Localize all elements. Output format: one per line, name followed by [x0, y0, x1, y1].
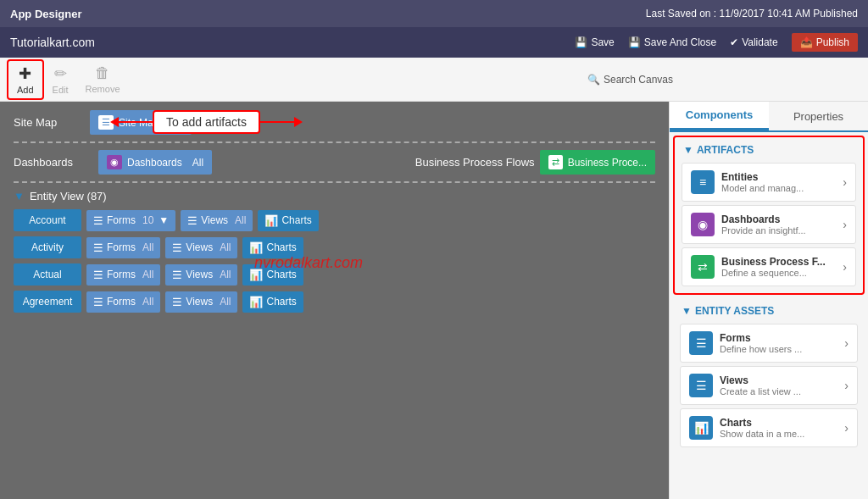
panel-item-title: Entities: [721, 171, 836, 183]
forms-icon: ☰: [93, 269, 103, 281]
bpf-label: Business Process Flows: [415, 156, 535, 169]
dashboards-value: All: [192, 157, 203, 169]
panel-item-icon: ⇄: [691, 255, 715, 279]
panel-item-arrow: ›: [844, 421, 849, 435]
panel-item-icon: 📊: [689, 416, 713, 440]
charts-label: Charts: [281, 214, 311, 226]
panel-item-text: Dashboards Provide an insightf...: [721, 213, 836, 236]
views-icon: ☰: [172, 269, 182, 281]
entity-name-btn[interactable]: Agreement: [14, 291, 81, 313]
save-and-close-button[interactable]: 💾 Save And Close: [628, 36, 716, 48]
entity-charts-asset[interactable]: 📊 Charts: [258, 210, 318, 231]
entity-charts-asset[interactable]: 📊 Charts: [242, 264, 303, 286]
sitemap-external-link[interactable]: ↗: [175, 117, 183, 129]
panel-item-icon: ☰: [689, 331, 713, 355]
panel-entity-asset-item[interactable]: ☰ Views Create a list view ... ›: [680, 366, 858, 405]
bpf-icon: ⇄: [548, 155, 563, 169]
sitemap-icon: ☰: [98, 115, 114, 130]
entity-charts-asset[interactable]: 📊 Charts: [242, 291, 303, 313]
entity-assets-chevron: ▼: [682, 305, 692, 317]
forms-label: Forms: [107, 269, 136, 280]
views-icon: ☰: [172, 296, 182, 308]
entity-assets-group: ▼ ENTITY ASSETS ☰ Forms Define how users…: [673, 298, 865, 447]
forms-label: Forms: [107, 241, 136, 253]
tab-properties[interactable]: Properties: [769, 102, 868, 130]
views-value: All: [220, 241, 231, 253]
charts-label: Charts: [266, 241, 296, 253]
entity-forms-asset[interactable]: ☰ Forms All: [86, 237, 160, 258]
search-icon: 🔍: [587, 74, 600, 86]
views-label: Views: [186, 269, 213, 280]
add-label: Add: [17, 85, 34, 95]
search-canvas-label: Search Canvas: [604, 74, 673, 86]
panel-item-desc: Model and manag...: [721, 183, 836, 193]
add-button[interactable]: ✚ Add: [7, 59, 44, 100]
entity-views-asset[interactable]: ☰ Views All: [181, 210, 253, 231]
charts-label: Charts: [266, 269, 296, 280]
views-value: All: [220, 296, 231, 308]
entity-view-header[interactable]: ▼ Entity View (87): [14, 190, 655, 202]
entity-assets-header: ▼ ENTITY ASSETS: [673, 298, 865, 320]
dashboards-row: Dashboards ◉ Dashboards All Business Pro…: [14, 150, 655, 175]
panel-item-desc: Define a sequence...: [721, 268, 836, 278]
charts-label: Charts: [266, 296, 296, 308]
dashboards-tile[interactable]: ◉ Dashboards All: [98, 150, 212, 175]
panel-artifact-item[interactable]: ⇄ Business Process F... Define a sequenc…: [682, 247, 856, 286]
entity-row: Actual ☰ Forms All ☰ Views All 📊 Charts: [14, 263, 655, 286]
top-bar: App Designer Last Saved on : 11/9/2017 1…: [0, 0, 868, 27]
validate-label: Validate: [742, 36, 777, 48]
sitemap-row: Site Map ☰ Site Map ↗: [14, 110, 655, 135]
panel-item-title: Dashboards: [721, 213, 836, 225]
entity-row: Account ☰ Forms 10 ▼ ☰ Views All 📊 Chart…: [14, 209, 655, 231]
save-button[interactable]: 💾 Save: [575, 36, 614, 48]
entity-row: Activity ☰ Forms All ☰ Views All 📊 Chart…: [14, 236, 655, 258]
entity-name-btn[interactable]: Activity: [14, 236, 81, 258]
bpf-tile[interactable]: ⇄ Business Proce...: [540, 150, 655, 175]
save-close-label: Save And Close: [644, 36, 716, 48]
views-icon: ☰: [172, 241, 182, 254]
publish-icon: 📤: [800, 36, 813, 48]
panel-item-text: Business Process F... Define a sequence.…: [721, 256, 836, 278]
panel-entity-asset-item[interactable]: ☰ Forms Define how users ... ›: [680, 324, 858, 363]
validate-button[interactable]: ✔ Validate: [730, 36, 777, 48]
forms-dropdown-btn[interactable]: ▼: [159, 214, 169, 226]
panel-item-title: Business Process F...: [721, 256, 836, 268]
entity-views-asset[interactable]: ☰ Views All: [165, 291, 237, 313]
panel-entity-asset-item[interactable]: 📊 Charts Show data in a me... ›: [680, 408, 858, 447]
panel-item-text: Forms Define how users ...: [720, 332, 837, 354]
entity-view-chevron: ▼: [14, 190, 25, 202]
views-icon: ☰: [187, 214, 198, 227]
panel-item-icon: ≡: [691, 170, 715, 194]
tab-components[interactable]: Components: [670, 102, 769, 130]
panel-item-arrow: ›: [843, 175, 847, 189]
panel-item-arrow: ›: [843, 260, 847, 274]
right-panel: Components Properties ▼ ARTIFACTS ≡ Enti…: [669, 102, 868, 499]
entity-forms-asset[interactable]: ☰ Forms 10 ▼: [86, 210, 175, 231]
entity-forms-asset[interactable]: ☰ Forms All: [86, 264, 160, 286]
entity-views-asset[interactable]: ☰ Views All: [165, 264, 237, 286]
panel-item-text: Charts Show data in a me...: [720, 417, 837, 439]
entity-name-btn[interactable]: Account: [14, 209, 81, 231]
edit-button[interactable]: ✏ Edit: [44, 61, 77, 98]
bpf-section: Business Process Flows ⇄ Business Proce.…: [415, 150, 655, 175]
search-canvas[interactable]: 🔍 Search Canvas: [587, 74, 673, 86]
forms-value: All: [142, 241, 153, 253]
publish-button[interactable]: 📤 Publish: [792, 33, 858, 52]
panel-artifact-item[interactable]: ◉ Dashboards Provide an insightf... ›: [682, 205, 856, 244]
remove-button[interactable]: 🗑 Remove: [77, 61, 129, 97]
artifacts-items: ≡ Entities Model and manag... › ◉ Dashbo…: [675, 163, 863, 286]
views-value: All: [220, 269, 231, 280]
entity-charts-asset[interactable]: 📊 Charts: [242, 237, 303, 258]
sitemap-tile[interactable]: ☰ Site Map ↗: [90, 110, 192, 135]
entity-name-btn[interactable]: Actual: [14, 263, 81, 286]
edit-icon: ✏: [54, 64, 67, 83]
forms-label: Forms: [107, 296, 136, 308]
panel-item-desc: Define how users ...: [720, 344, 837, 354]
app-designer-title: App Designer: [10, 8, 82, 20]
panel-artifact-item[interactable]: ≡ Entities Model and manag... ›: [682, 163, 856, 202]
panel-item-arrow: ›: [843, 218, 847, 231]
remove-icon: 🗑: [95, 64, 110, 82]
panel-tabs: Components Properties: [670, 102, 868, 132]
entity-views-asset[interactable]: ☰ Views All: [165, 237, 237, 258]
entity-forms-asset[interactable]: ☰ Forms All: [86, 291, 160, 313]
